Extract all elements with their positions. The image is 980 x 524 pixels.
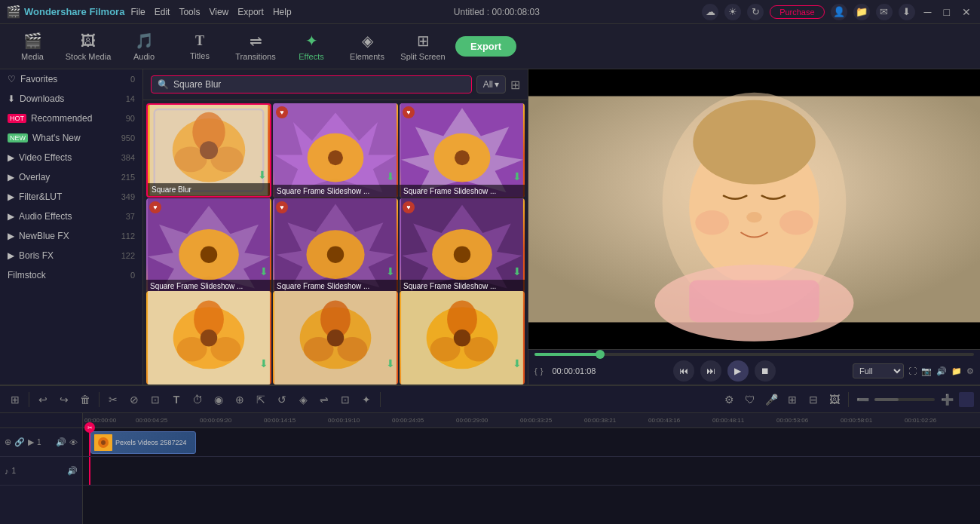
menu-tools[interactable]: Tools bbox=[179, 7, 200, 17]
grid-toggle-button[interactable]: ⊞ bbox=[510, 78, 520, 92]
text-button[interactable]: T bbox=[167, 391, 185, 409]
settings-playback-icon[interactable]: ⚙ bbox=[966, 366, 974, 376]
tab-media[interactable]: 🎬 Media bbox=[6, 26, 59, 67]
tab-transitions[interactable]: ⇌ Transitions bbox=[229, 26, 282, 67]
effect-item-1[interactable]: Square Blur ⬇ bbox=[146, 103, 271, 198]
audio-icon: 🎵 bbox=[135, 32, 154, 50]
search-input-wrap[interactable]: 🔍 bbox=[151, 75, 472, 93]
menu-export[interactable]: Export bbox=[237, 7, 264, 17]
cut-button[interactable]: ✂ bbox=[104, 391, 122, 409]
menu-file[interactable]: File bbox=[130, 7, 145, 17]
mail-icon[interactable]: ✉ bbox=[876, 4, 893, 20]
composite-button[interactable]: ⊡ bbox=[336, 391, 354, 409]
overlay-chevron-icon: ▶ bbox=[8, 172, 14, 182]
export-button[interactable]: Export bbox=[455, 36, 516, 57]
effect-item-5[interactable]: ♥ Square Frame Slideshow ... ⬇ bbox=[273, 198, 398, 293]
effect-item-6[interactable]: ♥ Square Frame Slideshow ... ⬇ bbox=[400, 198, 525, 293]
sidebar-item-recommended[interactable]: HOT Recommended 90 bbox=[0, 109, 142, 128]
account-icon[interactable]: 👤 bbox=[831, 4, 847, 20]
snapshot-icon[interactable]: 📷 bbox=[921, 366, 932, 376]
stabilize-button[interactable]: ⊕ bbox=[231, 391, 249, 409]
minimize-button[interactable]: ─ bbox=[921, 6, 935, 18]
transition-button[interactable]: ⇌ bbox=[315, 391, 333, 409]
track-eye-icon[interactable]: 👁 bbox=[69, 438, 78, 447]
delete-button[interactable]: 🗑 bbox=[76, 391, 94, 409]
stop-button[interactable]: ⏹ bbox=[755, 360, 776, 382]
pip-button[interactable]: 🖼 bbox=[825, 391, 844, 409]
sidebar-item-overlay[interactable]: ▶ Overlay 215 bbox=[0, 167, 142, 187]
reverse-button[interactable]: ↺ bbox=[273, 391, 291, 409]
tab-stock-media[interactable]: 🖼 Stock Media bbox=[62, 26, 115, 67]
quality-select[interactable]: Full Half Quarter bbox=[853, 363, 904, 378]
download-icon-7: ⬇ bbox=[259, 357, 268, 369]
tab-effects[interactable]: ✦ Effects bbox=[285, 26, 338, 67]
sidebar-item-filmstock[interactable]: Filmstock 0 bbox=[0, 265, 142, 285]
play-pause-button[interactable]: ▶ bbox=[727, 360, 749, 382]
folder-icon[interactable]: 📁 bbox=[853, 4, 870, 20]
folder-save-icon[interactable]: 📁 bbox=[951, 366, 962, 376]
track-sound-icon[interactable]: 🔊 bbox=[56, 437, 66, 447]
rewind-button[interactable]: ⏮ bbox=[673, 360, 694, 382]
search-input[interactable] bbox=[173, 79, 465, 90]
cloud-icon[interactable]: ☁ bbox=[702, 4, 718, 20]
maximize-button[interactable]: □ bbox=[941, 6, 953, 18]
effect-item-8[interactable]: ⬇ bbox=[273, 291, 398, 385]
svg-point-38 bbox=[327, 329, 344, 346]
track-add-icon[interactable]: ⊕ bbox=[5, 437, 11, 447]
preview-panel: { } 00:00:01:08 ⏮ ⏭ ▶ ⏹ Full Half Quarte… bbox=[528, 69, 980, 385]
svg-point-49 bbox=[693, 100, 815, 185]
effect-item-7[interactable]: ⬇ bbox=[146, 291, 271, 385]
tab-titles[interactable]: T Titles bbox=[173, 26, 226, 67]
settings-tl-button[interactable]: ⚙ bbox=[720, 391, 738, 409]
effect-item-3[interactable]: ♥ Square Frame Slideshow ... ⬇ bbox=[400, 103, 525, 198]
effect-item-9[interactable]: ⬇ bbox=[400, 291, 525, 385]
tab-elements[interactable]: ◈ Elements bbox=[341, 26, 394, 67]
timeline-layout-button[interactable]: ⊞ bbox=[6, 391, 24, 409]
purchase-button[interactable]: Purchase bbox=[770, 5, 824, 19]
refresh-icon[interactable]: ↻ bbox=[747, 4, 764, 20]
sidebar-item-favorites[interactable]: ♡ Favorites 0 bbox=[0, 69, 142, 89]
zoom-slider[interactable] bbox=[874, 398, 935, 401]
download-icon[interactable]: ⬇ bbox=[899, 4, 915, 20]
sidebar-item-audio-effects[interactable]: ▶ Audio Effects 37 bbox=[0, 207, 142, 226]
sidebar-item-newblue-fx[interactable]: ▶ NewBlue FX 112 bbox=[0, 226, 142, 246]
tab-split-screen[interactable]: ⊞ Split Screen bbox=[397, 26, 449, 67]
redo-button[interactable]: ↪ bbox=[55, 391, 73, 409]
track-add-button[interactable]: ⊞ bbox=[783, 391, 801, 409]
protect-button[interactable]: 🛡 bbox=[741, 391, 759, 409]
effect-tl-button[interactable]: ✦ bbox=[357, 391, 375, 409]
close-button[interactable]: ✕ bbox=[959, 6, 974, 18]
filter-dropdown[interactable]: All ▾ bbox=[476, 75, 506, 93]
crop-button[interactable]: ⊡ bbox=[146, 391, 164, 409]
menu-help[interactable]: Help bbox=[273, 7, 292, 17]
menu-view[interactable]: View bbox=[209, 7, 228, 17]
sidebar-item-whats-new[interactable]: NEW What's New 950 bbox=[0, 128, 142, 148]
sidebar-item-boris-fx[interactable]: ▶ Boris FX 122 bbox=[0, 246, 142, 265]
track-settings-button[interactable]: ⊟ bbox=[804, 391, 822, 409]
tab-audio[interactable]: 🎵 Audio bbox=[118, 26, 170, 67]
speed-button[interactable]: ⏱ bbox=[188, 391, 207, 409]
sidebar-item-video-effects[interactable]: ▶ Video Effects 384 bbox=[0, 148, 142, 167]
zoom-out-button[interactable]: ➖ bbox=[853, 391, 871, 409]
fullscreen-icon[interactable]: ⛶ bbox=[908, 366, 917, 375]
undo-button[interactable]: ↩ bbox=[34, 391, 52, 409]
audio-track-sound-icon[interactable]: 🔊 bbox=[67, 466, 78, 476]
sidebar-item-downloads[interactable]: ⬇ Downloads 14 bbox=[0, 89, 142, 109]
color-button[interactable]: ◉ bbox=[210, 391, 228, 409]
volume-icon[interactable]: 🔊 bbox=[936, 366, 947, 376]
effect-item-4[interactable]: ♥ Square Frame Slideshow ... ⬇ bbox=[146, 198, 271, 293]
sidebar-item-filter-lut[interactable]: ▶ Filter&LUT 349 bbox=[0, 187, 142, 207]
menu-edit[interactable]: Edit bbox=[155, 7, 170, 17]
time-slider[interactable] bbox=[534, 353, 974, 356]
step-back-button[interactable]: ⏭ bbox=[700, 360, 721, 382]
mic-button[interactable]: 🎤 bbox=[762, 391, 780, 409]
tab-transitions-label: Transitions bbox=[235, 52, 275, 61]
fullscreen-tl-button[interactable]: ⇱ bbox=[252, 391, 270, 409]
main-area: ♡ Favorites 0 ⬇ Downloads 14 HOT Recomme… bbox=[0, 69, 980, 385]
video-clip-1[interactable]: Pexels Videos 2587224 bbox=[90, 431, 196, 454]
zoom-in-button[interactable]: ➕ bbox=[938, 391, 956, 409]
ai-button[interactable]: ◈ bbox=[294, 391, 312, 409]
deselect-button[interactable]: ⊘ bbox=[125, 391, 143, 409]
sun-icon[interactable]: ☀ bbox=[724, 4, 741, 20]
effect-item-2[interactable]: ♥ Square Frame Slideshow ... ⬇ bbox=[273, 103, 398, 198]
